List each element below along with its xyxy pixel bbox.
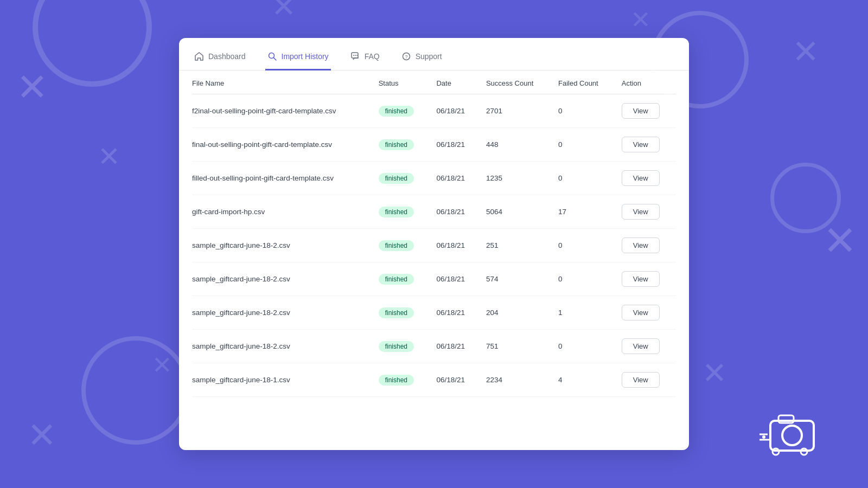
view-button[interactable]: View bbox=[622, 372, 660, 388]
cell-status: finished bbox=[372, 94, 430, 128]
view-button[interactable]: View bbox=[622, 170, 660, 186]
table-row: f2inal-out-selling-point-gift-card-templ… bbox=[192, 94, 676, 128]
cell-status: finished bbox=[372, 363, 430, 397]
tab-support[interactable]: ? Support bbox=[399, 52, 444, 70]
camera-icon-deco bbox=[760, 407, 825, 458]
tab-faq[interactable]: FAQ bbox=[348, 52, 382, 70]
status-badge: finished bbox=[379, 375, 414, 386]
deco-x-tm: ✕ bbox=[271, 0, 296, 24]
view-button[interactable]: View bbox=[622, 338, 660, 354]
svg-line-9 bbox=[273, 58, 276, 61]
cell-date: 06/18/21 bbox=[430, 195, 479, 229]
deco-x-trm: ✕ bbox=[630, 5, 651, 34]
col-header-failed-count: Failed Count bbox=[552, 70, 615, 94]
svg-point-12 bbox=[355, 55, 356, 56]
status-badge: finished bbox=[379, 173, 414, 184]
cell-success-count: 1235 bbox=[480, 162, 552, 195]
view-button[interactable]: View bbox=[622, 271, 660, 287]
cell-date: 06/18/21 bbox=[430, 94, 479, 128]
tab-import-history[interactable]: Import History bbox=[265, 52, 331, 70]
cell-date: 06/18/21 bbox=[430, 162, 479, 195]
svg-point-11 bbox=[353, 55, 354, 56]
table-row: filled-out-selling-point-gift-card-templ… bbox=[192, 162, 676, 195]
cell-action: View bbox=[615, 128, 676, 162]
cell-failed-count: 0 bbox=[552, 229, 615, 262]
view-button[interactable]: View bbox=[622, 103, 660, 119]
home-icon bbox=[194, 52, 204, 61]
status-badge: finished bbox=[379, 307, 414, 318]
col-header-status: Status bbox=[372, 70, 430, 94]
cell-status: finished bbox=[372, 195, 430, 229]
search-icon bbox=[267, 52, 277, 61]
tab-dashboard[interactable]: Dashboard bbox=[192, 52, 248, 70]
tab-support-label: Support bbox=[416, 52, 442, 61]
view-button[interactable]: View bbox=[622, 305, 660, 320]
svg-rect-0 bbox=[770, 421, 814, 451]
deco-circle-r bbox=[770, 163, 841, 233]
view-button[interactable]: View bbox=[622, 237, 660, 253]
main-card: Dashboard Import History FA bbox=[179, 38, 689, 450]
cell-success-count: 5064 bbox=[480, 195, 552, 229]
table-row: gift-card-import-hp.csvfinished06/18/215… bbox=[192, 195, 676, 229]
cell-success-count: 448 bbox=[480, 128, 552, 162]
cell-failed-count: 0 bbox=[552, 330, 615, 363]
cell-action: View bbox=[615, 94, 676, 128]
svg-point-7 bbox=[762, 435, 765, 439]
cell-success-count: 574 bbox=[480, 262, 552, 296]
cell-file-name: f2inal-out-selling-point-gift-card-templ… bbox=[192, 94, 372, 128]
table-row: sample_giftcard-june-18-2.csvfinished06/… bbox=[192, 296, 676, 330]
cell-date: 06/18/21 bbox=[430, 296, 479, 330]
tab-dashboard-label: Dashboard bbox=[208, 52, 246, 61]
tab-faq-label: FAQ bbox=[365, 52, 380, 61]
view-button[interactable]: View bbox=[622, 204, 660, 220]
cell-status: finished bbox=[372, 128, 430, 162]
cell-date: 06/18/21 bbox=[430, 229, 479, 262]
table-row: sample_giftcard-june-18-2.csvfinished06/… bbox=[192, 330, 676, 363]
cell-failed-count: 0 bbox=[552, 94, 615, 128]
svg-point-1 bbox=[782, 426, 802, 445]
svg-point-4 bbox=[801, 448, 807, 455]
cell-failed-count: 0 bbox=[552, 162, 615, 195]
table-row: sample_giftcard-june-18-2.csvfinished06/… bbox=[192, 262, 676, 296]
cell-file-name: sample_giftcard-june-18-2.csv bbox=[192, 330, 372, 363]
chat-icon bbox=[350, 52, 360, 61]
cell-success-count: 751 bbox=[480, 330, 552, 363]
deco-circle-bl bbox=[81, 336, 190, 445]
deco-x-tl: ✕ bbox=[16, 65, 48, 110]
cell-action: View bbox=[615, 363, 676, 397]
cell-status: finished bbox=[372, 162, 430, 195]
view-button[interactable]: View bbox=[622, 137, 660, 152]
table-container: File Name Status Date Success Count Fail… bbox=[179, 70, 689, 450]
cell-date: 06/18/21 bbox=[430, 262, 479, 296]
cell-failed-count: 4 bbox=[552, 363, 615, 397]
nav-tabs: Dashboard Import History FA bbox=[179, 38, 689, 70]
cell-date: 06/18/21 bbox=[430, 330, 479, 363]
import-history-table: File Name Status Date Success Count Fail… bbox=[192, 70, 676, 397]
cell-status: finished bbox=[372, 262, 430, 296]
cell-action: View bbox=[615, 330, 676, 363]
deco-x-r: ✕ bbox=[823, 217, 857, 265]
deco-x-bl: ✕ bbox=[27, 415, 56, 455]
cell-failed-count: 17 bbox=[552, 195, 615, 229]
svg-text:?: ? bbox=[405, 54, 407, 60]
svg-point-3 bbox=[773, 448, 779, 455]
table-row: sample_giftcard-june-18-2.csvfinished06/… bbox=[192, 229, 676, 262]
cell-status: finished bbox=[372, 296, 430, 330]
cell-date: 06/18/21 bbox=[430, 363, 479, 397]
cell-file-name: sample_giftcard-june-18-1.csv bbox=[192, 363, 372, 397]
cell-file-name: filled-out-selling-point-gift-card-templ… bbox=[192, 162, 372, 195]
cell-date: 06/18/21 bbox=[430, 128, 479, 162]
col-header-success-count: Success Count bbox=[480, 70, 552, 94]
cell-action: View bbox=[615, 262, 676, 296]
cell-file-name: sample_giftcard-june-18-2.csv bbox=[192, 262, 372, 296]
svg-point-13 bbox=[356, 55, 358, 56]
cell-file-name: sample_giftcard-june-18-2.csv bbox=[192, 229, 372, 262]
table-header-row: File Name Status Date Success Count Fail… bbox=[192, 70, 676, 94]
question-icon: ? bbox=[401, 52, 411, 61]
cell-status: finished bbox=[372, 330, 430, 363]
tab-import-history-label: Import History bbox=[282, 52, 329, 61]
cell-success-count: 251 bbox=[480, 229, 552, 262]
deco-x-tr: ✕ bbox=[792, 33, 819, 70]
cell-success-count: 2234 bbox=[480, 363, 552, 397]
deco-x-tl2: ✕ bbox=[98, 141, 120, 172]
